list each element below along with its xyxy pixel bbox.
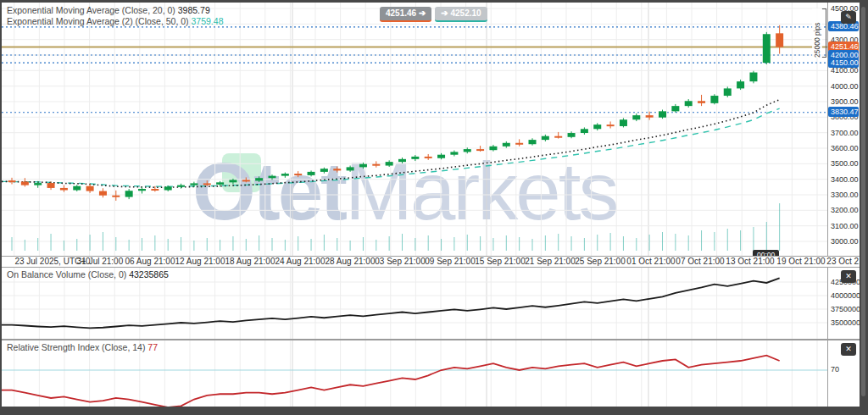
time-axis-label: 19 Oct 21:00: [776, 257, 825, 267]
candle-down: [21, 181, 29, 185]
price-level-badge[interactable]: 3830.47: [828, 107, 859, 117]
close-icon: ✕: [845, 345, 852, 353]
ask-button[interactable]: ➔ 4252.10: [435, 7, 487, 22]
vertical-scrollbar[interactable]: [861, 7, 865, 396]
time-axis-label: 24 Aug 21:00: [275, 257, 326, 267]
price-range-measure[interactable]: 25000 pips: [809, 8, 826, 58]
candle-down: [47, 183, 55, 188]
ema50-label: Exponential Moving Average (2) (Close, 5…: [7, 16, 189, 26]
candle-up: [593, 125, 601, 129]
price-tick: 3300.00: [831, 191, 859, 199]
main-chart-canvas[interactable]: [2, 3, 827, 256]
candle-down: [607, 125, 615, 126]
bid-price: 4251.46: [386, 8, 416, 18]
candle-down: [698, 101, 705, 103]
candle-up: [386, 162, 393, 165]
candle-up: [620, 119, 627, 126]
candle-up: [411, 157, 419, 159]
rsi-label-row[interactable]: Relative Strength Index (Close, 14) 77: [7, 342, 158, 352]
pencil-icon: ✎: [845, 13, 852, 21]
candle-up: [138, 189, 146, 191]
time-axis[interactable]: 23 Jul 2025, UTC+031 Jul 21:0006 Aug 21:…: [2, 256, 860, 268]
time-axis-label: 25 Sep 21:00: [575, 257, 626, 267]
candle-up: [503, 143, 510, 147]
price-tick: 3100.00: [831, 222, 859, 230]
price-tick: 3700.00: [831, 129, 859, 137]
main-chart-panel[interactable]: OtetMarkets Exponential Moving Average (…: [2, 3, 827, 256]
candle-up: [581, 129, 588, 133]
time-axis-label: 31 Jul 21:00: [77, 257, 124, 267]
time-axis-label: 13 Oct 21:00: [726, 257, 774, 267]
candle-up: [164, 186, 172, 190]
obv-tick: 40000000: [831, 291, 860, 300]
candle-up: [398, 159, 406, 162]
candle-up: [489, 147, 497, 150]
price-axis[interactable]: ✎ 4500.004300.004100.004000.003900.00380…: [827, 3, 860, 256]
price-tick: 3000.00: [831, 237, 859, 246]
obv-tick: 35000000: [831, 318, 860, 327]
rsi-axis[interactable]: ✕ 70: [827, 340, 860, 407]
time-axis-label: 28 Aug 21:00: [326, 257, 376, 267]
candle-up: [724, 88, 732, 96]
candle-up: [255, 178, 263, 180]
price-tick: 3400.00: [831, 175, 859, 184]
time-axis-label: 09 Sep 21:00: [425, 257, 476, 267]
candle-up: [190, 183, 198, 185]
candle-down: [86, 186, 94, 191]
candle-up: [685, 101, 693, 106]
ema20-label: Exponential Moving Average (Close, 20, 0…: [7, 5, 175, 15]
candle-down: [60, 188, 68, 191]
time-axis-label: 03 Sep 21:00: [375, 257, 426, 267]
candle-up: [359, 164, 367, 168]
rsi-close-button[interactable]: ✕: [841, 343, 856, 356]
candle-down: [294, 174, 302, 175]
rsi-value: 77: [147, 342, 158, 352]
candle-up: [710, 96, 718, 103]
obv-close-button[interactable]: ✕: [841, 270, 856, 283]
time-axis-label: 06 Aug 21:00: [125, 257, 175, 267]
obv-tick: 37500000: [831, 305, 860, 313]
obv-label: On Balance Volume (Close, 0): [7, 269, 126, 279]
bid-button[interactable]: 4251.46 ➔: [380, 7, 431, 22]
candle-up: [749, 73, 757, 82]
quote-badges: 4251.46 ➔ ➔ 4252.10: [380, 7, 487, 22]
rsi-panel[interactable]: Relative Strength Index (Close, 14) 77: [2, 340, 827, 407]
candle-down: [515, 143, 523, 145]
candle-up: [281, 174, 289, 176]
candle-down: [203, 183, 211, 185]
candle-down: [151, 189, 159, 191]
candle-up: [437, 155, 445, 158]
candle-down: [554, 136, 562, 138]
candle-up: [671, 106, 679, 111]
ema20-value: 3985.79: [178, 5, 210, 15]
time-axis-label: 21 Sep 21:00: [525, 257, 576, 267]
obv-axis[interactable]: ✕ 42500000400000003750000035000000: [827, 268, 860, 339]
candle-down: [99, 191, 107, 196]
price-level-badge[interactable]: 4150.00: [828, 58, 859, 68]
obv-label-row[interactable]: On Balance Volume (Close, 0) 43235865: [7, 269, 169, 279]
candle-up: [659, 111, 666, 117]
candle-down: [776, 33, 783, 47]
ema50-label-row[interactable]: Exponential Moving Average (2) (Close, 5…: [7, 16, 223, 27]
bid-arrow-icon: ➔: [419, 8, 426, 18]
time-axis-label: 18 Aug 21:00: [225, 257, 275, 267]
candle-down: [425, 157, 432, 158]
ema20-label-row[interactable]: Exponential Moving Average (Close, 20, 0…: [7, 5, 223, 16]
close-icon: ✕: [845, 272, 852, 280]
candle-down: [112, 196, 120, 197]
candle-up: [632, 115, 640, 119]
time-axis-label: 23 Oct 21:00: [826, 257, 860, 267]
time-axis-label: 15 Sep 21:00: [475, 257, 526, 267]
edit-axis-button[interactable]: ✎: [841, 11, 856, 24]
candle-up: [347, 167, 354, 170]
chart-stack: OtetMarkets Exponential Moving Average (…: [2, 3, 860, 407]
candle-up: [73, 186, 81, 191]
candle-down: [333, 169, 341, 170]
obv-panel[interactable]: On Balance Volume (Close, 0) 43235865: [2, 268, 827, 339]
candle-down: [242, 180, 250, 181]
price-tick: 4000.00: [831, 82, 859, 91]
candle-up: [320, 169, 328, 172]
candle-up: [542, 136, 549, 140]
chart-window: OtetMarkets Exponential Moving Average (…: [0, 0, 868, 415]
rsi-level-tick: 70: [831, 365, 839, 374]
